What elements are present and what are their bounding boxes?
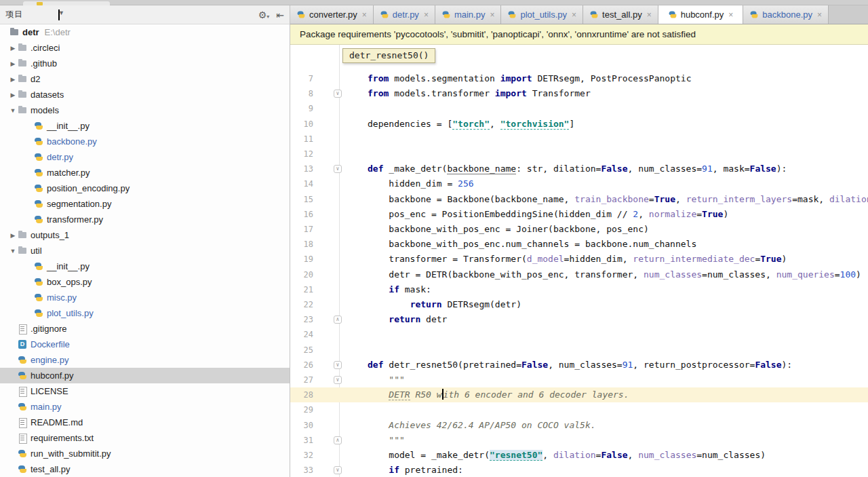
code-line-8[interactable]: 8∨from models.transformer import Transfo… bbox=[290, 86, 868, 101]
tree-item-outputs_1[interactable]: ▶outputs_1 bbox=[0, 227, 290, 243]
close-tab-icon[interactable]: × bbox=[572, 10, 576, 20]
tree-item-box_ops.py[interactable]: box_ops.py bbox=[0, 274, 290, 290]
code-line-9[interactable]: 9 bbox=[290, 101, 868, 116]
code-line-22[interactable]: 22 return DETRsegm(detr) bbox=[290, 297, 868, 312]
code-line-18[interactable]: 18 backbone_with_pos_enc.num_channels = … bbox=[290, 237, 868, 252]
fold-marker-icon[interactable]: ∨ bbox=[334, 90, 342, 98]
fold-marker-icon[interactable]: ∧ bbox=[334, 316, 342, 324]
fold-marker-icon[interactable]: ∨ bbox=[334, 165, 342, 173]
code-line-33[interactable]: 33∨ if pretrained: bbox=[290, 463, 868, 477]
line-number: 31 bbox=[290, 433, 313, 448]
chevron-down-icon[interactable]: ▼ bbox=[8, 107, 18, 114]
code-line-10[interactable]: 10dependencies = ["torch", "torchvision"… bbox=[290, 117, 868, 132]
close-tab-icon[interactable]: × bbox=[362, 10, 367, 20]
tab-detr.py[interactable]: detr.py× bbox=[374, 5, 435, 24]
tab-plot_utils.py[interactable]: plot_utils.py× bbox=[501, 5, 583, 24]
code-line-16[interactable]: 16 pos_enc = PositionEmbeddingSine(hidde… bbox=[290, 207, 868, 222]
code-line-13[interactable]: 13∨def _make_detr(backbone_name: str, di… bbox=[290, 161, 868, 176]
tab-backbone.py[interactable]: backbone.py× bbox=[743, 5, 829, 24]
tree-item-transformer.py[interactable]: transformer.py bbox=[0, 212, 290, 227]
tree-item-run_with_submitit.py[interactable]: run_with_submitit.py bbox=[0, 446, 290, 461]
code-line-14[interactable]: 14 hidden_dim = 256 bbox=[290, 176, 868, 191]
tab-test_all.py[interactable]: test_all.py× bbox=[583, 5, 658, 24]
tree-item-test_all.py[interactable]: test_all.py bbox=[0, 461, 290, 477]
tree-item-LICENSE[interactable]: LICENSE bbox=[0, 383, 290, 399]
code-line-12[interactable]: 12 bbox=[290, 147, 868, 161]
code-line-28[interactable]: 28 DETR R50 with 6 encoder and 6 decoder… bbox=[290, 387, 868, 402]
tree-item-label: LICENSE bbox=[31, 386, 68, 396]
tree-item-hubconf.py[interactable]: hubconf.py bbox=[0, 368, 290, 383]
code-line-11[interactable]: 11 bbox=[290, 132, 868, 147]
tree-item-models[interactable]: ▼models bbox=[0, 102, 290, 118]
tree-item-__init__.py[interactable]: __init__.py bbox=[0, 259, 290, 274]
code-line-21[interactable]: 21 if mask: bbox=[290, 282, 868, 297]
tree-item-Dockerfile[interactable]: Dockerfile bbox=[0, 337, 290, 352]
tree-item-__init__.py[interactable]: __init__.py bbox=[0, 118, 290, 134]
tree-root-detr[interactable]: detrE:\detr bbox=[0, 24, 290, 40]
tab-hubconf.py[interactable]: hubconf.py× bbox=[658, 5, 744, 24]
code-line-17[interactable]: 17 backbone_with_pos_enc = Joiner(backbo… bbox=[290, 222, 868, 237]
project-panel: 项目 ▼ ⚙▾ ⇤ detrE:\detr▶.circleci▶.github▶… bbox=[0, 5, 290, 477]
fold-marker-icon[interactable]: ∨ bbox=[334, 361, 342, 369]
tree-item-engine.py[interactable]: engine.py bbox=[0, 352, 290, 368]
chevron-right-icon[interactable]: ▶ bbox=[8, 60, 18, 67]
code-line-23[interactable]: 23∧ return detr bbox=[290, 312, 868, 327]
tree-item-position_encoding.py[interactable]: position_encoding.py bbox=[0, 180, 290, 196]
tree-item-README.md[interactable]: README.md bbox=[0, 415, 290, 430]
chevron-right-icon[interactable]: ▶ bbox=[8, 232, 18, 239]
tree-item-label: .circleci bbox=[31, 43, 60, 53]
code-editor[interactable]: detr_resnet50() 7from models.segmentatio… bbox=[290, 45, 868, 477]
tree-item-.gitignore[interactable]: .gitignore bbox=[0, 321, 290, 337]
tree-item-util[interactable]: ▼util bbox=[0, 243, 290, 259]
tree-item-backbone.py[interactable]: backbone.py bbox=[0, 134, 290, 149]
close-tab-icon[interactable]: × bbox=[728, 10, 733, 20]
line-number: 18 bbox=[290, 237, 313, 252]
close-tab-icon[interactable]: × bbox=[490, 10, 494, 20]
chevron-right-icon[interactable]: ▶ bbox=[8, 76, 18, 83]
tree-item-d2[interactable]: ▶d2 bbox=[0, 71, 290, 87]
chevron-right-icon[interactable]: ▶ bbox=[8, 92, 18, 98]
folder-icon bbox=[9, 28, 19, 37]
code-line-20[interactable]: 20 detr = DETR(backbone_with_pos_enc, tr… bbox=[290, 267, 868, 282]
hide-panel-icon[interactable]: ⇤ bbox=[276, 9, 284, 20]
code-line-29[interactable]: 29 bbox=[290, 402, 868, 417]
gear-icon[interactable]: ⚙▾ bbox=[258, 9, 270, 20]
fold-marker-icon[interactable]: ∨ bbox=[334, 376, 342, 384]
fold-marker-icon[interactable]: ∨ bbox=[334, 466, 342, 474]
python-file-icon bbox=[34, 199, 43, 209]
project-tree: detrE:\detr▶.circleci▶.github▶d2▶dataset… bbox=[0, 24, 290, 477]
code-text: dependencies = ["torch", "torchvision"] bbox=[368, 117, 574, 132]
code-line-25[interactable]: 25 bbox=[290, 343, 868, 358]
code-text: detr = DETR(backbone_with_pos_enc, trans… bbox=[368, 267, 861, 282]
tab-main.py[interactable]: main.py× bbox=[435, 5, 502, 24]
tree-item-misc.py[interactable]: misc.py bbox=[0, 290, 290, 305]
tree-item-main.py[interactable]: main.py bbox=[0, 399, 290, 415]
code-line-24[interactable]: 24 bbox=[290, 327, 868, 342]
code-line-7[interactable]: 7from models.segmentation import DETRseg… bbox=[290, 71, 868, 86]
close-tab-icon[interactable]: × bbox=[647, 10, 652, 20]
tree-item-datasets[interactable]: ▶datasets bbox=[0, 87, 290, 102]
chevron-right-icon[interactable]: ▶ bbox=[8, 45, 18, 52]
code-line-26[interactable]: 26∨def detr_resnet50(pretrained=False, n… bbox=[290, 358, 868, 373]
close-tab-icon[interactable]: × bbox=[424, 10, 429, 20]
code-line-32[interactable]: 32 model = _make_detr("resnet50", dilati… bbox=[290, 448, 868, 463]
tab-label: hubconf.py bbox=[681, 9, 724, 20]
panel-title-dropdown-icon[interactable]: ▼ bbox=[58, 9, 60, 20]
fold-marker-icon[interactable]: ∧ bbox=[334, 436, 342, 444]
tab-converter.py[interactable]: converter.py× bbox=[290, 5, 374, 24]
tree-item-.circleci[interactable]: ▶.circleci bbox=[0, 40, 290, 56]
tree-item-segmentation.py[interactable]: segmentation.py bbox=[0, 196, 290, 212]
tree-item-requirements.txt[interactable]: requirements.txt bbox=[0, 430, 290, 446]
tree-item-plot_utils.py[interactable]: plot_utils.py bbox=[0, 305, 290, 321]
code-line-19[interactable]: 19 transformer = Transformer(d_model=hid… bbox=[290, 252, 868, 267]
code-line-30[interactable]: 30 Achieves 42/62.4 AP/AP50 on COCO val5… bbox=[290, 418, 868, 433]
chevron-down-icon[interactable]: ▼ bbox=[8, 248, 18, 254]
code-line-31[interactable]: 31∧ """ bbox=[290, 433, 868, 448]
tree-item-.github[interactable]: ▶.github bbox=[0, 56, 290, 71]
code-line-15[interactable]: 15 backbone = Backbone(backbone_name, tr… bbox=[290, 192, 868, 207]
tree-item-matcher.py[interactable]: matcher.py bbox=[0, 165, 290, 180]
code-line-27[interactable]: 27∨ """ bbox=[290, 373, 868, 387]
tree-item-detr.py[interactable]: detr.py bbox=[0, 149, 290, 165]
close-tab-icon[interactable]: × bbox=[817, 10, 822, 20]
code-text: backbone = Backbone(backbone_name, train… bbox=[368, 192, 868, 207]
